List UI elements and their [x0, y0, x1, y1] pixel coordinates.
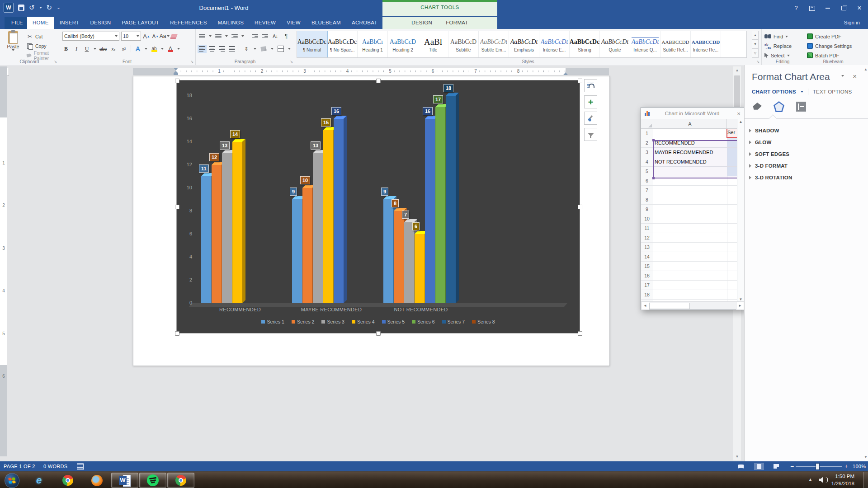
- pane-scrollbar[interactable]: ▲ ▼: [862, 66, 868, 460]
- fill-line-icon[interactable]: [752, 103, 762, 111]
- chart-styles-button[interactable]: [584, 112, 597, 125]
- cell-b9[interactable]: [727, 205, 737, 214]
- numbering-button[interactable]: [215, 34, 222, 38]
- selection-handle[interactable]: [376, 331, 381, 336]
- bar-series-4-maybe-recommended[interactable]: [323, 130, 333, 303]
- decrease-indent-button[interactable]: [252, 34, 258, 38]
- clear-formatting-button[interactable]: [170, 33, 177, 40]
- effects-icon[interactable]: [774, 101, 784, 112]
- row-number[interactable]: 16: [641, 271, 653, 280]
- tab-acrobat[interactable]: ACROBAT: [346, 17, 383, 29]
- chart-datasheet-window[interactable]: Chart in Microsoft Word × A 1Ser2RECOMME…: [641, 107, 745, 310]
- align-center-button[interactable]: [209, 46, 215, 52]
- subscript-button[interactable]: x₂: [110, 45, 117, 52]
- zoom-slider-thumb[interactable]: [816, 463, 820, 470]
- font-color-button[interactable]: A: [167, 45, 174, 52]
- align-left-button[interactable]: [199, 46, 205, 52]
- bold-button[interactable]: B: [62, 45, 70, 52]
- taskbar-chrome-button[interactable]: [167, 473, 194, 488]
- styles-dialog-launcher[interactable]: ↘: [756, 60, 760, 64]
- row-number[interactable]: 3: [641, 148, 653, 157]
- zoom-out-button[interactable]: −: [790, 461, 794, 471]
- row-number[interactable]: 1: [641, 129, 653, 138]
- cell-a12[interactable]: [653, 233, 727, 242]
- zoom-level[interactable]: 100%: [853, 461, 866, 471]
- row-number[interactable]: 14: [641, 252, 653, 261]
- row-number[interactable]: 17: [641, 281, 653, 290]
- tab-mailings[interactable]: MAILINGS: [212, 17, 249, 29]
- select-all-corner[interactable]: [641, 119, 653, 128]
- row-number[interactable]: 18: [641, 290, 653, 299]
- highlight-button[interactable]: ab: [151, 45, 158, 52]
- cell-a13[interactable]: [653, 243, 727, 252]
- pane-scroll-up-icon[interactable]: ▲: [864, 67, 868, 71]
- style-title[interactable]: AaBlTitle: [418, 31, 448, 57]
- strikethrough-button[interactable]: abc: [99, 45, 107, 52]
- taskbar-word-button[interactable]: W: [111, 473, 138, 488]
- cell-b17[interactable]: [727, 281, 737, 290]
- help-button[interactable]: ?: [790, 3, 802, 13]
- cell-b2[interactable]: [727, 138, 737, 147]
- first-line-indent-marker[interactable]: [174, 68, 178, 70]
- multilevel-list-button[interactable]: [231, 34, 238, 38]
- bar-series-2-recommended[interactable]: [212, 165, 222, 303]
- tab-bluebeam[interactable]: BLUEBEAM: [306, 17, 346, 29]
- cell-b14[interactable]: [727, 252, 737, 261]
- selection-handle[interactable]: [175, 79, 179, 83]
- bar-series-2-maybe-recommended[interactable]: [302, 188, 312, 303]
- ribbon-display-options-button[interactable]: [806, 3, 818, 13]
- styles-scroll-up[interactable]: ▲: [752, 31, 759, 40]
- start-button[interactable]: [5, 473, 19, 488]
- chart-options-tab[interactable]: CHART OPTIONS: [752, 89, 796, 94]
- chart-options-dropdown-icon[interactable]: [801, 91, 803, 93]
- copy-button[interactable]: Copy: [26, 42, 59, 50]
- chart-filters-button[interactable]: [584, 128, 597, 141]
- contextual-tab-design[interactable]: DESIGN: [407, 17, 437, 29]
- shrink-font-button[interactable]: A▼: [152, 33, 159, 40]
- cell-b4[interactable]: [727, 157, 737, 166]
- size-properties-icon[interactable]: [796, 102, 806, 112]
- datasheet-hscroll-thumb[interactable]: [649, 303, 690, 309]
- cell-b5[interactable]: [727, 167, 737, 176]
- clipboard-dialog-launcher[interactable]: ↘: [54, 60, 57, 64]
- legend-item-series-7[interactable]: Series 7: [442, 319, 465, 324]
- text-effects-button[interactable]: A: [134, 45, 142, 52]
- datasheet-hscroll[interactable]: ◄ ►: [641, 301, 744, 310]
- underline-button[interactable]: U: [83, 45, 90, 52]
- column-header-b[interactable]: [727, 119, 737, 128]
- find-button[interactable]: Find: [764, 32, 792, 41]
- style-subtitle[interactable]: AaBbCcDSubtitle: [448, 31, 479, 57]
- style-heading-2[interactable]: AaBbCcDHeading 2: [388, 31, 418, 57]
- increase-indent-button[interactable]: [262, 34, 268, 38]
- datasheet-vscroll[interactable]: ▲ ▼: [737, 119, 744, 302]
- paragraph-dialog-launcher[interactable]: ↘: [290, 60, 293, 64]
- right-indent-marker[interactable]: [563, 72, 568, 75]
- datasheet-scroll-down-icon[interactable]: ▼: [737, 297, 744, 301]
- font-dialog-launcher[interactable]: ↘: [190, 60, 193, 64]
- style-strong[interactable]: AaBbCcDcStrong: [570, 31, 600, 57]
- pane-close-icon[interactable]: ×: [853, 72, 857, 80]
- bar-series-4-not-recommended[interactable]: [415, 234, 425, 303]
- row-number[interactable]: 12: [641, 233, 653, 242]
- cell-b10[interactable]: [727, 214, 737, 223]
- sign-in-link[interactable]: Sign in: [844, 17, 860, 29]
- volume-icon[interactable]: [819, 477, 823, 483]
- style-intense-re[interactable]: AABBCCDDIntense Re...: [691, 31, 721, 57]
- style-heading-1[interactable]: AaBbCıHeading 1: [358, 31, 388, 57]
- chart-elements-button[interactable]: +: [584, 95, 597, 108]
- row-number[interactable]: 10: [641, 214, 653, 223]
- section-3-d-rotation[interactable]: 3-D ROTATION: [749, 172, 859, 183]
- cell-a9[interactable]: [653, 205, 727, 214]
- bar-series-3-maybe-recommended[interactable]: [313, 153, 323, 303]
- column-header-a[interactable]: A: [653, 119, 727, 128]
- tab-view[interactable]: VIEW: [281, 17, 306, 29]
- row-number[interactable]: 5: [641, 167, 653, 176]
- bar-series-6-not-recommended[interactable]: [435, 107, 445, 303]
- page-indicator[interactable]: PAGE 1 OF 2: [4, 461, 35, 471]
- cell-a17[interactable]: [653, 281, 727, 290]
- tab-file[interactable]: FILE: [5, 17, 30, 29]
- show-desktop-button[interactable]: [863, 472, 868, 488]
- cell-a14[interactable]: [653, 252, 727, 261]
- zoom-in-button[interactable]: +: [844, 461, 848, 471]
- print-layout-button[interactable]: [754, 463, 764, 470]
